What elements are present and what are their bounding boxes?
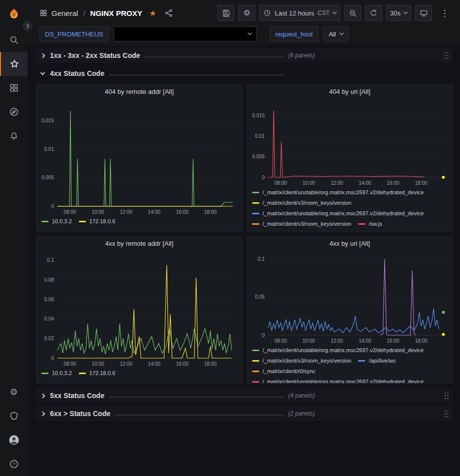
svg-text:0.005: 0.005 [252,154,264,159]
more-options-button[interactable]: ⋮ [436,5,453,21]
dashboard-content: 1xx - 3xx - 2xx Status Code (6 panels) 4… [27,45,460,476]
time-series-chart[interactable]: 00.050.108:0010:0012:0014:0016:0018:00 [247,250,453,345]
variable-label-text: DS_PROMETHEUS [45,30,103,38]
zoom-out-button[interactable] [344,5,361,21]
row-title: 1xx - 3xx - 2xx Status Code [50,51,140,59]
legend-label: 172.18.0.6 [89,370,115,376]
svg-text:14:00: 14:00 [148,209,160,215]
breadcrumb-separator: / [83,9,85,17]
refresh-interval-value: 30s [390,9,401,17]
variable-datasource-select[interactable] [114,26,257,41]
svg-text:14:00: 14:00 [148,361,160,367]
panel-title[interactable]: 4xx by remote addr [All] [36,236,242,250]
favorite-star-icon[interactable]: ★ [149,8,156,18]
legend-swatch [252,192,259,193]
main-area: General / NGINX PROXY ★ ⚙ [27,0,460,476]
legend-item[interactable]: /_matrix/client/r0/sync [252,367,316,375]
svg-text:0.1: 0.1 [47,257,54,263]
legend-item[interactable]: /_matrix/client/v3/room_keys/version [252,199,352,207]
row-panel-count: (6 panels) [288,52,315,59]
row-6xx-status-code[interactable]: 6xx > Status Code (2 panels) [36,406,453,421]
refresh-button[interactable] [365,5,382,21]
legend-item[interactable]: 172.18.0.6 [79,369,115,377]
variable-label-ds-prometheus[interactable]: DS_PROMETHEUS [39,26,109,41]
sidebar-item-profile[interactable] [0,428,27,452]
legend-item[interactable]: 10.0.3.2 [41,217,72,225]
legend-item[interactable]: /_matrix/client/unstable/org.matrix.msc2… [252,346,424,354]
legend-item[interactable]: /api/live/ws [358,357,396,365]
sidebar-item-search[interactable] [0,28,27,52]
panel-grid: 404 by remote addr [All] 00.0050.010.015… [36,84,453,384]
row-header: 6xx > Status Code [41,410,288,418]
chevron-right-icon [40,393,45,398]
sidebar-item-favorites[interactable] [0,52,27,76]
row-5xx-status-code[interactable]: 5xx Status Code (4 panels) [36,388,453,403]
legend-item[interactable]: /_matrix/client/v3/room_keys/version [252,357,352,365]
svg-text:12:00: 12:00 [330,338,343,344]
svg-text:18:00: 18:00 [415,338,427,344]
row-header: 4xx Status Code [41,69,288,77]
sidebar-expand-button[interactable] [23,21,32,30]
row-drag-handle[interactable] [444,410,449,418]
sidebar-item-dashboards[interactable] [0,76,27,100]
legend-label: 172.18.0.6 [89,218,115,224]
breadcrumb-folder[interactable]: General [51,9,78,17]
legend-swatch [252,381,259,383]
refresh-interval-picker[interactable]: 30s [386,5,411,21]
legend-item[interactable]: 172.18.0.6 [79,217,115,225]
legend-swatch [358,223,365,225]
help-circle-icon: ? [9,459,19,469]
panel-title[interactable]: 404 by uri [All] [247,84,453,98]
svg-text:08:00: 08:00 [274,338,287,344]
share-icon[interactable] [164,8,173,17]
dotted-leader [109,74,283,75]
svg-text:0.04: 0.04 [44,316,54,322]
svg-text:?: ? [12,461,15,467]
legend-item[interactable]: /_matrix/client/unstable/org.matrix.msc2… [252,188,424,196]
time-range-label: Last 12 hours [275,9,314,17]
chevron-down-icon [248,31,252,35]
svg-text:0.08: 0.08 [44,277,54,283]
time-series-chart[interactable]: 00.0050.010.01508:0010:0012:0014:0016:00… [36,98,242,216]
save-dashboard-button[interactable] [217,5,234,21]
svg-text:12:00: 12:00 [330,180,343,186]
legend-item[interactable]: /_matrix/client/unstable/org.matrix.msc2… [252,209,424,217]
svg-text:08:00: 08:00 [63,209,76,215]
legend-label: 10.0.3.2 [52,370,72,376]
sidebar-spacer [0,148,27,380]
row-header: 5xx Status Code [41,392,288,400]
variable-request-host-select[interactable]: All [323,26,348,41]
dotted-leader [145,56,283,57]
svg-text:16:00: 16:00 [387,338,399,344]
monitor-icon [420,9,428,17]
chevron-right-icon [40,53,45,58]
time-range-picker[interactable]: Last 12 hours CST [259,5,340,21]
sidebar-item-configuration[interactable]: ⚙ [0,380,27,404]
row-drag-handle[interactable] [444,51,449,60]
sidebar-item-alerting[interactable] [0,124,27,148]
legend-label: /_matrix/client/r0/sync [263,368,316,374]
clock-icon [263,9,271,17]
sidebar-item-server-admin[interactable] [0,404,27,428]
sidebar-item-help[interactable]: ? [0,452,27,476]
gear-icon: ⚙ [243,9,250,17]
sidebar: ⚙ ? [0,0,27,476]
row-1xx-3xx-2xx-status-code[interactable]: 1xx - 3xx - 2xx Status Code (6 panels) [36,48,453,63]
panel-title[interactable]: 4xx by uri [All] [247,236,453,250]
legend-item[interactable]: 10.0.3.2 [41,369,72,377]
svg-text:0.02: 0.02 [44,336,54,341]
row-drag-handle[interactable] [444,392,449,400]
variable-label-request-host[interactable]: request_host [270,26,318,41]
row-4xx-status-code[interactable]: 4xx Status Code [36,66,453,81]
shield-icon [9,411,19,421]
time-series-chart[interactable]: 00.020.040.060.080.108:0010:0012:0014:00… [36,250,242,368]
time-series-chart[interactable]: 00.0050.010.01508:0010:0012:0014:0016:00… [247,98,453,187]
cycle-view-mode-button[interactable] [415,5,432,21]
dashboard-settings-button[interactable]: ⚙ [238,5,255,21]
legend-item[interactable]: /_matrix/client/v3/room_keys/version [252,220,352,228]
zoom-out-icon [349,9,357,17]
legend-item[interactable]: /sw.js [358,220,382,228]
panel-title[interactable]: 404 by remote addr [All] [36,84,242,98]
sidebar-item-explore[interactable] [0,100,27,124]
legend-item[interactable]: /_matrix/client/unstable/org.matrix.msc2… [252,378,424,383]
